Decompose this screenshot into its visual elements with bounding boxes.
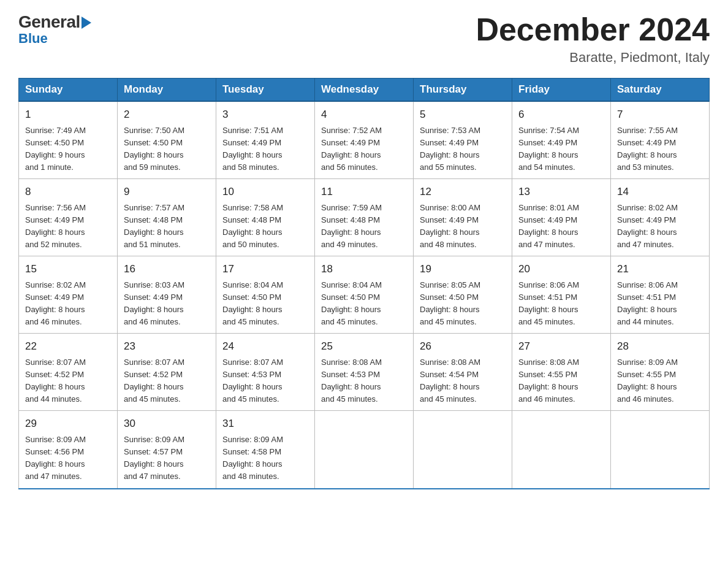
location: Baratte, Piedmont, Italy <box>476 50 710 66</box>
day-number: 13 <box>518 184 604 200</box>
calendar-week-row-5: 29Sunrise: 8:09 AMSunset: 4:56 PMDayligh… <box>19 411 710 489</box>
day-number: 5 <box>420 107 506 123</box>
calendar-cell-8: 8Sunrise: 7:56 AMSunset: 4:49 PMDaylight… <box>19 179 118 256</box>
calendar-cell-14: 14Sunrise: 8:02 AMSunset: 4:49 PMDayligh… <box>611 179 710 256</box>
calendar-day-header-saturday: Saturday <box>611 79 710 102</box>
calendar-day-header-thursday: Thursday <box>414 79 512 102</box>
calendar-cell-16: 16Sunrise: 8:03 AMSunset: 4:49 PMDayligh… <box>118 256 216 334</box>
day-number: 17 <box>222 261 308 277</box>
calendar-cell-17: 17Sunrise: 8:04 AMSunset: 4:50 PMDayligh… <box>216 256 315 334</box>
day-number: 12 <box>420 184 506 200</box>
day-info: Sunrise: 8:03 AMSunset: 4:49 PMDaylight:… <box>124 279 210 329</box>
day-info: Sunrise: 8:04 AMSunset: 4:50 PMDaylight:… <box>321 279 407 329</box>
calendar-cell-18: 18Sunrise: 8:04 AMSunset: 4:50 PMDayligh… <box>315 256 414 334</box>
day-info: Sunrise: 8:00 AMSunset: 4:49 PMDaylight:… <box>420 202 506 251</box>
calendar-day-header-monday: Monday <box>118 79 216 102</box>
day-info: Sunrise: 8:07 AMSunset: 4:52 PMDaylight:… <box>25 356 111 406</box>
calendar-table: SundayMondayTuesdayWednesdayThursdayFrid… <box>18 78 710 489</box>
day-number: 3 <box>222 107 308 123</box>
calendar-week-row-3: 15Sunrise: 8:02 AMSunset: 4:49 PMDayligh… <box>19 256 710 334</box>
calendar-cell-12: 12Sunrise: 8:00 AMSunset: 4:49 PMDayligh… <box>414 179 512 256</box>
day-number: 20 <box>518 261 604 277</box>
month-title: December 2024 <box>476 12 710 47</box>
day-number: 29 <box>25 416 111 432</box>
day-number: 7 <box>617 107 703 123</box>
calendar-cell-28: 28Sunrise: 8:09 AMSunset: 4:55 PMDayligh… <box>611 334 710 411</box>
day-number: 30 <box>124 416 210 432</box>
calendar-cell-1: 1Sunrise: 7:49 AMSunset: 4:50 PMDaylight… <box>19 101 118 179</box>
day-info: Sunrise: 7:49 AMSunset: 4:50 PMDaylight:… <box>25 124 111 174</box>
calendar-body: 1Sunrise: 7:49 AMSunset: 4:50 PMDaylight… <box>19 101 710 488</box>
logo: General Blue <box>18 12 91 47</box>
calendar-cell-empty-w4c6 <box>611 411 710 489</box>
day-info: Sunrise: 8:08 AMSunset: 4:54 PMDaylight:… <box>420 356 506 406</box>
calendar-week-row-2: 8Sunrise: 7:56 AMSunset: 4:49 PMDaylight… <box>19 179 710 256</box>
calendar-cell-3: 3Sunrise: 7:51 AMSunset: 4:49 PMDaylight… <box>216 101 315 179</box>
calendar-cell-empty-w4c4 <box>414 411 512 489</box>
calendar-cell-26: 26Sunrise: 8:08 AMSunset: 4:54 PMDayligh… <box>414 334 512 411</box>
calendar-cell-30: 30Sunrise: 8:09 AMSunset: 4:57 PMDayligh… <box>118 411 216 489</box>
day-number: 11 <box>321 184 407 200</box>
day-number: 1 <box>25 107 111 123</box>
day-info: Sunrise: 7:53 AMSunset: 4:49 PMDaylight:… <box>420 124 506 174</box>
day-number: 16 <box>124 261 210 277</box>
calendar-cell-23: 23Sunrise: 8:07 AMSunset: 4:52 PMDayligh… <box>118 334 216 411</box>
day-info: Sunrise: 8:09 AMSunset: 4:57 PMDaylight:… <box>124 434 210 483</box>
day-number: 4 <box>321 107 407 123</box>
calendar-cell-25: 25Sunrise: 8:08 AMSunset: 4:53 PMDayligh… <box>315 334 414 411</box>
day-info: Sunrise: 8:09 AMSunset: 4:55 PMDaylight:… <box>617 356 703 406</box>
calendar-cell-10: 10Sunrise: 7:58 AMSunset: 4:48 PMDayligh… <box>216 179 315 256</box>
calendar-cell-2: 2Sunrise: 7:50 AMSunset: 4:50 PMDaylight… <box>118 101 216 179</box>
calendar-cell-31: 31Sunrise: 8:09 AMSunset: 4:58 PMDayligh… <box>216 411 315 489</box>
calendar-week-row-1: 1Sunrise: 7:49 AMSunset: 4:50 PMDaylight… <box>19 101 710 179</box>
day-info: Sunrise: 7:52 AMSunset: 4:49 PMDaylight:… <box>321 124 407 174</box>
day-info: Sunrise: 8:08 AMSunset: 4:55 PMDaylight:… <box>518 356 604 406</box>
day-info: Sunrise: 8:02 AMSunset: 4:49 PMDaylight:… <box>617 202 703 251</box>
day-info: Sunrise: 7:58 AMSunset: 4:48 PMDaylight:… <box>222 202 308 251</box>
day-number: 25 <box>321 339 407 354</box>
day-info: Sunrise: 7:56 AMSunset: 4:49 PMDaylight:… <box>25 202 111 251</box>
calendar-cell-19: 19Sunrise: 8:05 AMSunset: 4:50 PMDayligh… <box>414 256 512 334</box>
day-info: Sunrise: 8:09 AMSunset: 4:58 PMDaylight:… <box>222 434 308 483</box>
calendar-day-header-tuesday: Tuesday <box>216 79 315 102</box>
calendar-day-header-friday: Friday <box>512 79 611 102</box>
day-number: 8 <box>25 184 111 200</box>
day-info: Sunrise: 7:50 AMSunset: 4:50 PMDaylight:… <box>124 124 210 174</box>
calendar-cell-11: 11Sunrise: 7:59 AMSunset: 4:48 PMDayligh… <box>315 179 414 256</box>
day-info: Sunrise: 8:04 AMSunset: 4:50 PMDaylight:… <box>222 279 308 329</box>
day-info: Sunrise: 8:02 AMSunset: 4:49 PMDaylight:… <box>25 279 111 329</box>
day-number: 23 <box>124 339 210 354</box>
logo-blue-text: Blue <box>18 31 48 47</box>
calendar-header-row: SundayMondayTuesdayWednesdayThursdayFrid… <box>19 79 710 102</box>
day-info: Sunrise: 8:08 AMSunset: 4:53 PMDaylight:… <box>321 356 407 406</box>
day-info: Sunrise: 8:06 AMSunset: 4:51 PMDaylight:… <box>617 279 703 329</box>
day-info: Sunrise: 8:07 AMSunset: 4:53 PMDaylight:… <box>222 356 308 406</box>
day-info: Sunrise: 7:55 AMSunset: 4:49 PMDaylight:… <box>617 124 703 174</box>
calendar-cell-7: 7Sunrise: 7:55 AMSunset: 4:49 PMDaylight… <box>611 101 710 179</box>
calendar-cell-5: 5Sunrise: 7:53 AMSunset: 4:49 PMDaylight… <box>414 101 512 179</box>
day-number: 6 <box>518 107 604 123</box>
day-info: Sunrise: 7:51 AMSunset: 4:49 PMDaylight:… <box>222 124 308 174</box>
calendar-cell-21: 21Sunrise: 8:06 AMSunset: 4:51 PMDayligh… <box>611 256 710 334</box>
day-number: 31 <box>222 416 308 432</box>
day-number: 28 <box>617 339 703 354</box>
day-info: Sunrise: 7:59 AMSunset: 4:48 PMDaylight:… <box>321 202 407 251</box>
calendar-cell-empty-w4c3 <box>315 411 414 489</box>
day-number: 14 <box>617 184 703 200</box>
day-info: Sunrise: 8:05 AMSunset: 4:50 PMDaylight:… <box>420 279 506 329</box>
calendar-cell-15: 15Sunrise: 8:02 AMSunset: 4:49 PMDayligh… <box>19 256 118 334</box>
calendar-cell-13: 13Sunrise: 8:01 AMSunset: 4:49 PMDayligh… <box>512 179 611 256</box>
calendar-cell-empty-w4c5 <box>512 411 611 489</box>
calendar-day-header-wednesday: Wednesday <box>315 79 414 102</box>
calendar-cell-29: 29Sunrise: 8:09 AMSunset: 4:56 PMDayligh… <box>19 411 118 489</box>
day-number: 22 <box>25 339 111 354</box>
day-info: Sunrise: 7:57 AMSunset: 4:48 PMDaylight:… <box>124 202 210 251</box>
logo-arrow-icon <box>82 17 91 29</box>
calendar-cell-6: 6Sunrise: 7:54 AMSunset: 4:49 PMDaylight… <box>512 101 611 179</box>
calendar-cell-9: 9Sunrise: 7:57 AMSunset: 4:48 PMDaylight… <box>118 179 216 256</box>
day-info: Sunrise: 8:01 AMSunset: 4:49 PMDaylight:… <box>518 202 604 251</box>
svg-marker-0 <box>82 17 91 29</box>
day-number: 9 <box>124 184 210 200</box>
logo-general-text: General <box>18 12 80 32</box>
day-number: 19 <box>420 261 506 277</box>
